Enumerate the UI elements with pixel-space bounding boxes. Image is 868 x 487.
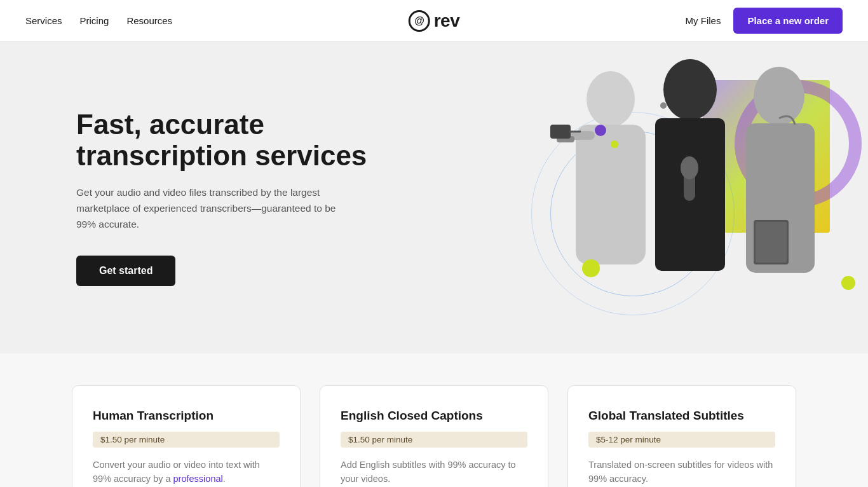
- navbar-right: My Files Place a new order: [686, 8, 843, 34]
- services-link[interactable]: Services: [25, 15, 62, 26]
- navbar: Services Pricing Resources @ rev My File…: [0, 0, 868, 42]
- hero-title: Fast, accurate transcription services: [76, 109, 407, 171]
- svg-rect-4: [550, 125, 571, 139]
- hero-content: Fast, accurate transcription services Ge…: [76, 109, 407, 285]
- card-global-subtitles: Global Translated Subtitles $5-12 per mi…: [567, 385, 796, 487]
- card-title-2: English Closed Captions: [341, 409, 527, 423]
- get-started-button[interactable]: Get started: [76, 256, 175, 286]
- place-order-button[interactable]: Place a new order: [733, 8, 843, 34]
- logo-text: rev: [434, 11, 460, 31]
- hero-image-area: [512, 42, 868, 353]
- hero-dot-yellow3: [841, 276, 855, 290]
- logo[interactable]: @ rev: [409, 10, 460, 32]
- cards-section: Human Transcription $1.50 per minute Con…: [0, 353, 868, 487]
- svg-point-9: [681, 156, 698, 179]
- card-human-transcription: Human Transcription $1.50 per minute Con…: [72, 385, 301, 487]
- card-desc-3: Translated on-screen subtitles for video…: [588, 458, 775, 486]
- card-title-3: Global Translated Subtitles: [588, 409, 775, 423]
- hero-dot-purple: [595, 125, 606, 136]
- hero-dot-yellow: [582, 259, 600, 277]
- svg-rect-14: [756, 222, 787, 263]
- svg-point-11: [754, 67, 804, 125]
- resources-link[interactable]: Resources: [126, 15, 172, 26]
- navbar-left: Services Pricing Resources: [25, 15, 172, 26]
- pricing-link[interactable]: Pricing: [80, 15, 109, 26]
- card-title-1: Human Transcription: [93, 409, 280, 423]
- card-desc-1: Convert your audio or video into text wi…: [93, 458, 280, 486]
- logo-at-icon: @: [409, 10, 430, 32]
- hero-subtitle: Get your audio and video files transcrib…: [76, 185, 349, 232]
- professional-link[interactable]: professional: [173, 474, 223, 484]
- svg-point-0: [587, 71, 635, 127]
- hero-section: Fast, accurate transcription services Ge…: [0, 42, 868, 353]
- svg-point-6: [663, 59, 717, 120]
- price-badge-2: $1.50 per minute: [341, 432, 527, 448]
- my-files-link[interactable]: My Files: [686, 15, 721, 26]
- hero-people-illustration: [512, 42, 868, 353]
- hero-dot-yellow2: [611, 141, 618, 148]
- price-badge-3: $5-12 per minute: [588, 432, 775, 448]
- price-badge-1: $1.50 per minute: [93, 432, 280, 448]
- card-english-captions: English Closed Captions $1.50 per minute…: [320, 385, 548, 487]
- svg-point-10: [660, 102, 667, 109]
- card-desc-2: Add English subtitles with 99% accuracy …: [341, 458, 527, 486]
